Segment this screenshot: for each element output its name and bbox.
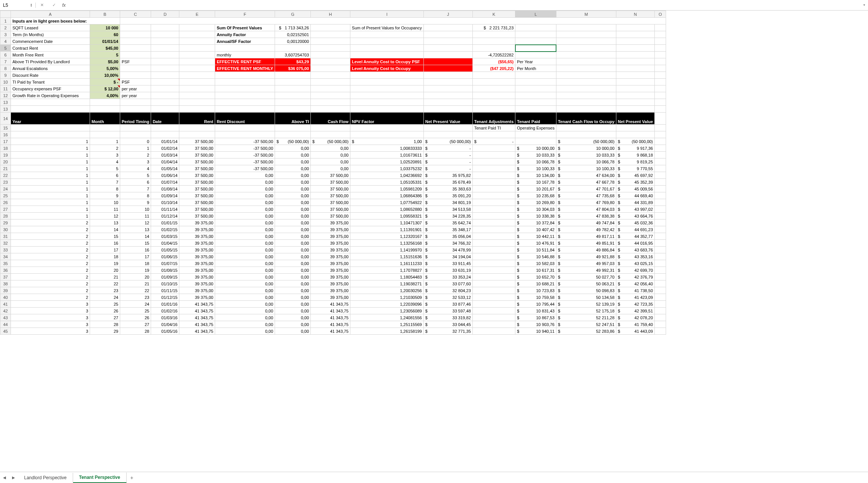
cell[interactable]: 0,00 xyxy=(275,247,311,253)
cell[interactable]: $(50 000,00) xyxy=(616,138,655,145)
cell[interactable]: 28 xyxy=(120,328,151,335)
cell[interactable]: $42 078,20 xyxy=(616,314,655,321)
row-hdr[interactable]: 26 xyxy=(0,199,11,206)
cell[interactable]: 27 xyxy=(90,314,120,321)
cell[interactable]: 1,08652880 xyxy=(350,206,424,213)
cell[interactable]: 37 500,00 xyxy=(179,192,215,199)
cell[interactable]: -37 500,00 xyxy=(215,138,275,145)
cell[interactable] xyxy=(515,79,556,85)
cell[interactable]: 1,20030256 xyxy=(350,287,424,294)
cell[interactable]: 41 343,75 xyxy=(179,308,215,314)
cell[interactable]: 01/01/15 xyxy=(151,219,179,226)
col-hdr[interactable]: L xyxy=(515,11,556,18)
cell[interactable]: 7 xyxy=(120,186,151,192)
cell[interactable] xyxy=(90,99,120,106)
cell[interactable]: 3 xyxy=(11,301,90,308)
stepper-icon[interactable]: ▲▼ xyxy=(30,3,32,7)
cell[interactable]: $34 478,99 xyxy=(423,247,472,253)
cell[interactable] xyxy=(655,72,666,79)
cell[interactable] xyxy=(616,85,655,92)
cell[interactable]: 0,00 xyxy=(275,186,311,192)
cell[interactable]: 1,23056089 xyxy=(350,308,424,314)
cell[interactable]: $1,00 xyxy=(350,138,424,145)
cell[interactable]: 1,07754922 xyxy=(350,199,424,206)
cell[interactable]: 8 xyxy=(90,186,120,192)
cell[interactable]: $42 723,35 xyxy=(616,301,655,308)
cell[interactable]: 41 343,75 xyxy=(179,321,215,328)
row-hdr[interactable]: 11 xyxy=(0,85,11,92)
cell[interactable]: 3 xyxy=(11,314,90,321)
selected-cell[interactable] xyxy=(515,45,556,52)
cell[interactable]: 0,00 xyxy=(275,206,311,213)
cell[interactable]: ($56,65) xyxy=(472,58,515,65)
cell[interactable]: 01/11/15 xyxy=(151,287,179,294)
add-sheet-icon[interactable]: + xyxy=(127,475,137,481)
cell[interactable]: $33 044,45 xyxy=(423,321,472,328)
cell[interactable]: 1 xyxy=(120,145,151,152)
cell[interactable]: 24 xyxy=(120,301,151,308)
cell[interactable]: $10 134,00 xyxy=(515,172,556,179)
cell[interactable] xyxy=(472,308,515,314)
cell[interactable]: 18 xyxy=(120,260,151,267)
row-hdr[interactable]: 36 xyxy=(0,267,11,274)
cell[interactable]: 0,00 xyxy=(275,301,311,308)
cell[interactable] xyxy=(179,92,215,99)
row-hdr[interactable]: 35 xyxy=(0,260,11,267)
cell[interactable] xyxy=(179,52,215,58)
cell[interactable]: 41 343,75 xyxy=(311,314,350,321)
cell[interactable]: $- xyxy=(423,152,472,158)
cell[interactable] xyxy=(472,287,515,294)
cell[interactable]: 15 xyxy=(90,233,120,240)
cell[interactable]: 39 375,00 xyxy=(311,267,350,274)
cell[interactable]: 1 xyxy=(11,192,90,199)
cell[interactable] xyxy=(655,233,666,240)
cell[interactable] xyxy=(472,206,515,213)
cell[interactable] xyxy=(655,280,666,287)
col-hdr[interactable]: E xyxy=(179,11,215,18)
cell[interactable]: $9 917,36 xyxy=(616,145,655,152)
cell[interactable]: 0 xyxy=(120,138,151,145)
cell[interactable]: $10 940,11 xyxy=(515,328,556,335)
cell[interactable] xyxy=(179,58,215,65)
cell[interactable]: 01/06/14 xyxy=(151,172,179,179)
cell[interactable] xyxy=(472,85,515,92)
cell[interactable]: 1,05981209 xyxy=(350,186,424,192)
cell[interactable] xyxy=(179,79,215,85)
row-hdr[interactable]: 9 xyxy=(0,72,11,79)
cell[interactable]: 2 xyxy=(11,294,90,301)
cell[interactable]: Level Annuity Cost to Occupy xyxy=(350,65,424,72)
cell[interactable]: 3 xyxy=(11,328,90,335)
cell[interactable] xyxy=(151,85,179,92)
cell[interactable]: 0,00 xyxy=(275,321,311,328)
cell[interactable]: 0,00 xyxy=(215,267,275,274)
row-hdr[interactable]: 37 xyxy=(0,274,11,280)
cell[interactable]: $33 911,45 xyxy=(423,260,472,267)
cell[interactable] xyxy=(472,247,515,253)
cell[interactable] xyxy=(655,274,666,280)
cell[interactable] xyxy=(120,72,151,79)
col-hdr[interactable]: M xyxy=(556,11,616,18)
tab-prev-icon[interactable]: ◀ xyxy=(0,475,9,480)
cell[interactable] xyxy=(120,38,151,45)
cell[interactable] xyxy=(151,72,179,79)
cell[interactable]: 6 xyxy=(120,179,151,186)
cell[interactable]: 0,00 xyxy=(275,172,311,179)
cell[interactable] xyxy=(215,79,275,85)
cell[interactable] xyxy=(472,260,515,267)
cell[interactable]: 39 375,00 xyxy=(311,233,350,240)
cell[interactable]: -37 500,00 xyxy=(215,152,275,158)
cell[interactable] xyxy=(472,294,515,301)
cell[interactable] xyxy=(556,79,616,85)
cell[interactable]: $35 348,17 xyxy=(423,226,472,233)
cell[interactable] xyxy=(275,99,311,106)
cell[interactable]: 1,13256168 xyxy=(350,240,424,247)
cell[interactable]: Annual/SF Factor xyxy=(215,38,275,45)
cell[interactable]: $10 066,78 xyxy=(515,158,556,165)
cell[interactable] xyxy=(616,99,655,106)
cell[interactable]: $44 669,40 xyxy=(616,192,655,199)
cell[interactable]: monthly xyxy=(215,52,275,58)
cell[interactable]: 1,09558321 xyxy=(350,213,424,219)
cell[interactable] xyxy=(179,45,215,52)
cell[interactable]: 01/09/15 xyxy=(151,274,179,280)
cell[interactable]: 39 375,00 xyxy=(179,260,215,267)
